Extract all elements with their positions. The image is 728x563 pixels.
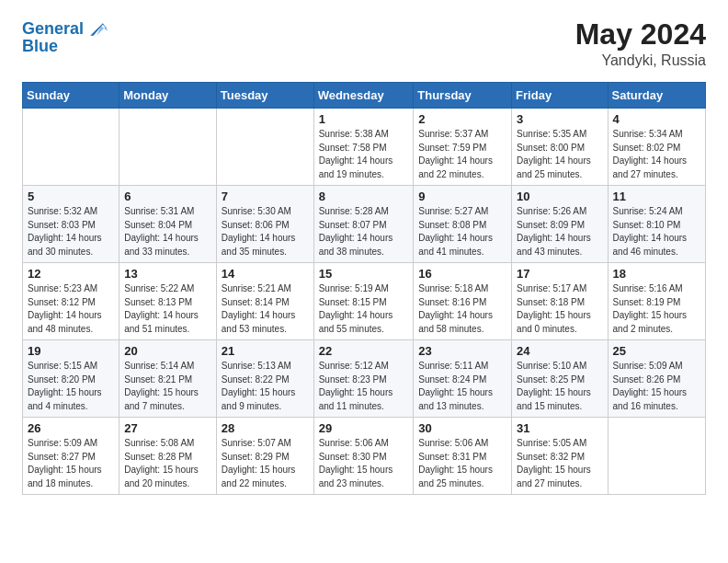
title-block: May 2024 Yandyki, Russia — [575, 18, 706, 69]
calendar-cell: 9Sunrise: 5:27 AM Sunset: 8:08 PM Daylig… — [414, 186, 512, 263]
day-number: 16 — [418, 267, 506, 281]
calendar-cell — [608, 418, 705, 495]
calendar-week-5: 26Sunrise: 5:09 AM Sunset: 8:27 PM Dayli… — [23, 418, 706, 495]
calendar-week-3: 12Sunrise: 5:23 AM Sunset: 8:12 PM Dayli… — [23, 263, 706, 340]
day-info: Sunrise: 5:06 AM Sunset: 8:31 PM Dayligh… — [418, 437, 506, 490]
day-info: Sunrise: 5:13 AM Sunset: 8:22 PM Dayligh… — [222, 360, 309, 413]
calendar-header-wednesday: Wednesday — [313, 83, 414, 109]
calendar-cell: 23Sunrise: 5:11 AM Sunset: 8:24 PM Dayli… — [414, 340, 512, 418]
day-info: Sunrise: 5:30 AM Sunset: 8:06 PM Dayligh… — [222, 205, 309, 259]
logo: General Blue — [22, 18, 108, 56]
day-info: Sunrise: 5:37 AM Sunset: 7:59 PM Dayligh… — [418, 128, 506, 181]
calendar-cell: 29Sunrise: 5:06 AM Sunset: 8:30 PM Dayli… — [313, 418, 414, 495]
calendar-cell: 28Sunrise: 5:07 AM Sunset: 8:29 PM Dayli… — [216, 418, 313, 495]
calendar-cell — [23, 109, 119, 186]
day-info: Sunrise: 5:10 AM Sunset: 8:25 PM Dayligh… — [517, 360, 602, 413]
logo-icon — [85, 18, 108, 40]
day-info: Sunrise: 5:34 AM Sunset: 8:02 PM Dayligh… — [613, 128, 700, 181]
day-number: 13 — [124, 267, 211, 281]
day-number: 3 — [517, 112, 602, 126]
svg-marker-0 — [90, 23, 108, 36]
calendar-cell: 1Sunrise: 5:38 AM Sunset: 7:58 PM Daylig… — [313, 109, 414, 186]
calendar-cell: 11Sunrise: 5:24 AM Sunset: 8:10 PM Dayli… — [608, 186, 705, 263]
day-number: 7 — [222, 190, 309, 203]
page: General Blue May 2024 Yandyki, Russia Su… — [0, 0, 728, 513]
day-number: 21 — [222, 344, 309, 358]
day-info: Sunrise: 5:35 AM Sunset: 8:00 PM Dayligh… — [517, 128, 602, 181]
day-info: Sunrise: 5:21 AM Sunset: 8:14 PM Dayligh… — [222, 282, 309, 336]
calendar-header-tuesday: Tuesday — [216, 83, 313, 109]
day-number: 26 — [28, 421, 114, 435]
calendar-cell: 22Sunrise: 5:12 AM Sunset: 8:23 PM Dayli… — [313, 340, 414, 418]
day-number: 6 — [124, 190, 211, 203]
calendar-cell: 6Sunrise: 5:31 AM Sunset: 8:04 PM Daylig… — [119, 186, 217, 263]
day-info: Sunrise: 5:09 AM Sunset: 8:26 PM Dayligh… — [613, 360, 700, 413]
day-number: 19 — [28, 344, 114, 358]
calendar-cell: 12Sunrise: 5:23 AM Sunset: 8:12 PM Dayli… — [23, 263, 119, 340]
calendar-cell: 21Sunrise: 5:13 AM Sunset: 8:22 PM Dayli… — [216, 340, 313, 418]
day-info: Sunrise: 5:24 AM Sunset: 8:10 PM Dayligh… — [613, 205, 700, 259]
day-info: Sunrise: 5:27 AM Sunset: 8:08 PM Dayligh… — [418, 205, 506, 259]
day-number: 31 — [517, 421, 602, 435]
day-number: 24 — [517, 344, 602, 358]
calendar-cell: 2Sunrise: 5:37 AM Sunset: 7:59 PM Daylig… — [414, 109, 512, 186]
day-info: Sunrise: 5:05 AM Sunset: 8:32 PM Dayligh… — [517, 437, 602, 490]
day-info: Sunrise: 5:38 AM Sunset: 7:58 PM Dayligh… — [319, 128, 409, 181]
calendar-week-2: 5Sunrise: 5:32 AM Sunset: 8:03 PM Daylig… — [23, 186, 706, 263]
day-number: 12 — [28, 267, 114, 281]
calendar-cell: 18Sunrise: 5:16 AM Sunset: 8:19 PM Dayli… — [608, 263, 705, 340]
calendar-cell: 15Sunrise: 5:19 AM Sunset: 8:15 PM Dayli… — [313, 263, 414, 340]
day-number: 10 — [517, 190, 602, 203]
calendar-cell: 3Sunrise: 5:35 AM Sunset: 8:00 PM Daylig… — [512, 109, 608, 186]
day-number: 4 — [613, 112, 700, 126]
calendar-cell: 19Sunrise: 5:15 AM Sunset: 8:20 PM Dayli… — [23, 340, 119, 418]
day-info: Sunrise: 5:06 AM Sunset: 8:30 PM Dayligh… — [319, 437, 409, 490]
day-info: Sunrise: 5:11 AM Sunset: 8:24 PM Dayligh… — [418, 360, 506, 413]
day-number: 23 — [418, 344, 506, 358]
calendar-week-1: 1Sunrise: 5:38 AM Sunset: 7:58 PM Daylig… — [23, 109, 706, 186]
calendar-cell — [119, 109, 217, 186]
day-info: Sunrise: 5:31 AM Sunset: 8:04 PM Dayligh… — [124, 205, 211, 259]
calendar-cell — [216, 109, 313, 186]
calendar-cell: 31Sunrise: 5:05 AM Sunset: 8:32 PM Dayli… — [512, 418, 608, 495]
day-number: 30 — [418, 421, 506, 435]
calendar-header-saturday: Saturday — [608, 83, 705, 109]
calendar-cell: 13Sunrise: 5:22 AM Sunset: 8:13 PM Dayli… — [119, 263, 217, 340]
calendar-cell: 7Sunrise: 5:30 AM Sunset: 8:06 PM Daylig… — [216, 186, 313, 263]
day-number: 25 — [613, 344, 700, 358]
day-number: 29 — [319, 421, 409, 435]
day-number: 1 — [319, 112, 409, 126]
day-number: 8 — [319, 190, 409, 203]
day-number: 11 — [613, 190, 700, 203]
day-number: 14 — [222, 267, 309, 281]
calendar-cell: 10Sunrise: 5:26 AM Sunset: 8:09 PM Dayli… — [512, 186, 608, 263]
day-number: 15 — [319, 267, 409, 281]
calendar-cell: 4Sunrise: 5:34 AM Sunset: 8:02 PM Daylig… — [608, 109, 705, 186]
day-info: Sunrise: 5:32 AM Sunset: 8:03 PM Dayligh… — [28, 205, 114, 259]
calendar-cell: 5Sunrise: 5:32 AM Sunset: 8:03 PM Daylig… — [23, 186, 119, 263]
calendar-cell: 16Sunrise: 5:18 AM Sunset: 8:16 PM Dayli… — [414, 263, 512, 340]
day-number: 18 — [613, 267, 700, 281]
calendar-cell: 25Sunrise: 5:09 AM Sunset: 8:26 PM Dayli… — [608, 340, 705, 418]
title-month: May 2024 — [575, 18, 706, 51]
day-info: Sunrise: 5:08 AM Sunset: 8:28 PM Dayligh… — [124, 437, 211, 490]
day-number: 9 — [418, 190, 506, 203]
calendar-header-row: SundayMondayTuesdayWednesdayThursdayFrid… — [23, 83, 706, 109]
calendar-cell: 24Sunrise: 5:10 AM Sunset: 8:25 PM Dayli… — [512, 340, 608, 418]
day-number: 28 — [222, 421, 309, 435]
day-info: Sunrise: 5:14 AM Sunset: 8:21 PM Dayligh… — [124, 360, 211, 413]
day-number: 5 — [28, 190, 114, 203]
svg-marker-1 — [97, 27, 108, 36]
calendar-header-friday: Friday — [512, 83, 608, 109]
calendar-header-thursday: Thursday — [414, 83, 512, 109]
logo-text: General — [22, 20, 84, 39]
day-number: 22 — [319, 344, 409, 358]
day-info: Sunrise: 5:17 AM Sunset: 8:18 PM Dayligh… — [517, 282, 602, 336]
day-info: Sunrise: 5:26 AM Sunset: 8:09 PM Dayligh… — [517, 205, 602, 259]
calendar-cell: 26Sunrise: 5:09 AM Sunset: 8:27 PM Dayli… — [23, 418, 119, 495]
day-info: Sunrise: 5:15 AM Sunset: 8:20 PM Dayligh… — [28, 360, 114, 413]
calendar-cell: 27Sunrise: 5:08 AM Sunset: 8:28 PM Dayli… — [119, 418, 217, 495]
calendar-table: SundayMondayTuesdayWednesdayThursdayFrid… — [22, 82, 706, 495]
day-info: Sunrise: 5:22 AM Sunset: 8:13 PM Dayligh… — [124, 282, 211, 336]
day-number: 2 — [418, 112, 506, 126]
